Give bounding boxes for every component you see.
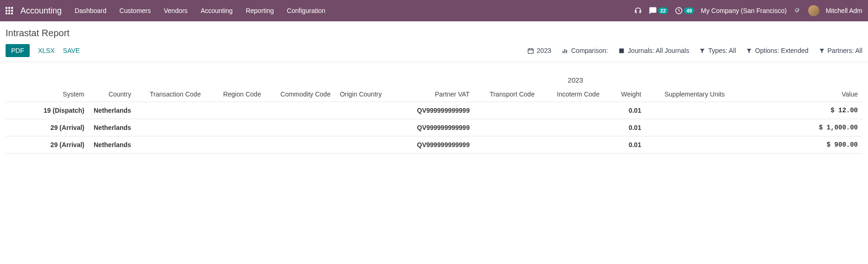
col-origin-country: Origin Country [335,88,396,102]
svg-rect-2 [562,51,563,53]
cell-incoterm_code [539,102,604,119]
debug-icon[interactable] [793,6,802,15]
topbar-left: Accounting Dashboard Customers Vendors A… [6,6,326,16]
cell-value: $ 900.00 [729,136,862,154]
cell-partner_vat: QV999999999999 [396,136,474,154]
nav-dashboard[interactable]: Dashboard [75,7,107,14]
cell-weight: 0.01 [604,136,646,154]
cell-value: $ 1,000.00 [729,119,862,136]
cell-commodity_code [266,136,335,154]
topbar-right: 22 49 My Company (San Francisco) Mitchel… [634,5,862,16]
col-country: Country [89,88,136,102]
nav-reporting[interactable]: Reporting [246,7,274,14]
cell-commodity_code [266,102,335,119]
cell-origin_country [335,136,396,154]
filter-icon [746,48,752,54]
col-transaction-code: Transaction Code [136,88,205,102]
comparison-filter[interactable]: Comparison: [562,47,608,54]
col-region-code: Region Code [205,88,266,102]
col-partner-vat: Partner VAT [396,88,474,102]
cell-value: $ 12.00 [729,102,862,119]
cell-system: 29 (Arrival) [6,119,89,136]
nav-vendors[interactable]: Vendors [164,7,187,14]
app-title[interactable]: Accounting [20,6,62,16]
pdf-button[interactable]: PDF [6,44,30,57]
page-header: Intrastat Report [0,21,868,39]
col-system: System [6,88,89,102]
book-icon [618,47,625,54]
cell-country: Netherlands [89,102,136,119]
toolbar: PDF XLSX SAVE 2023 Comparison: Journals:… [0,44,868,62]
activities-button[interactable]: 49 [675,6,694,15]
toolbar-right: 2023 Comparison: Journals: All Journals … [527,47,862,54]
svg-rect-1 [528,49,533,53]
options-filter[interactable]: Options: Extended [746,47,808,54]
report-table: System Country Transaction Code Region C… [6,88,862,154]
col-value: Value [729,88,862,102]
filter-icon [699,48,705,54]
report-body: 2023 System Country Transaction Code Reg… [0,62,868,159]
topbar: Accounting Dashboard Customers Vendors A… [0,0,868,21]
avatar[interactable] [808,5,819,16]
cell-region_code [205,102,266,119]
messages-button[interactable]: 22 [649,6,668,15]
svg-rect-4 [566,50,567,53]
activities-badge: 49 [684,7,694,14]
toolbar-left: PDF XLSX SAVE [6,44,80,57]
nav-accounting[interactable]: Accounting [201,7,233,14]
cell-weight: 0.01 [604,119,646,136]
table-header-row: System Country Transaction Code Region C… [6,88,862,102]
col-commodity-code: Commodity Code [266,88,335,102]
cell-origin_country [335,102,396,119]
filter-icon [819,48,825,54]
cell-transport_code [474,136,539,154]
xlsx-button[interactable]: XLSX [38,47,55,54]
cell-country: Netherlands [89,119,136,136]
cell-supplementary_units [646,102,729,119]
company-switcher[interactable]: My Company (San Francisco) [701,7,786,14]
bar-chart-icon [562,47,568,54]
partners-filter[interactable]: Partners: All [819,47,862,54]
cell-region_code [205,119,266,136]
journals-filter-label: Journals: All Journals [628,47,689,54]
cell-transaction_code [136,119,205,136]
date-filter[interactable]: 2023 [527,47,551,54]
cell-region_code [205,136,266,154]
options-filter-label: Options: Extended [755,47,808,54]
save-button[interactable]: SAVE [63,47,80,54]
cell-system: 19 (Dispatch) [6,102,89,119]
messages-badge: 22 [658,7,668,14]
apps-icon[interactable] [6,7,13,14]
col-supplementary-units: Supplementary Units [646,88,729,102]
comparison-filter-label: Comparison: [571,47,608,54]
support-icon[interactable] [634,6,642,15]
cell-incoterm_code [539,119,604,136]
user-menu[interactable]: Mitchell Adm [826,7,862,14]
partners-filter-label: Partners: All [828,47,862,54]
nav-customers[interactable]: Customers [120,7,151,14]
cell-transaction_code [136,136,205,154]
types-filter[interactable]: Types: All [699,47,736,54]
col-transport-code: Transport Code [474,88,539,102]
calendar-icon [527,47,534,54]
col-weight: Weight [604,88,646,102]
year-header: 2023 [6,76,862,84]
cell-origin_country [335,119,396,136]
table-row[interactable]: 29 (Arrival)NetherlandsQV9999999999990.0… [6,119,862,136]
svg-rect-3 [564,49,565,53]
cell-system: 29 (Arrival) [6,136,89,154]
cell-supplementary_units [646,136,729,154]
date-filter-label: 2023 [537,47,551,54]
types-filter-label: Types: All [708,47,736,54]
cell-weight: 0.01 [604,102,646,119]
col-incoterm-code: Incoterm Code [539,88,604,102]
table-row[interactable]: 29 (Arrival)NetherlandsQV9999999999990.0… [6,136,862,154]
nav-configuration[interactable]: Configuration [287,7,326,14]
table-row[interactable]: 19 (Dispatch)NetherlandsQV9999999999990.… [6,102,862,119]
journals-filter[interactable]: Journals: All Journals [618,47,689,54]
cell-country: Netherlands [89,136,136,154]
cell-transport_code [474,119,539,136]
cell-partner_vat: QV999999999999 [396,102,474,119]
cell-transaction_code [136,102,205,119]
cell-supplementary_units [646,119,729,136]
